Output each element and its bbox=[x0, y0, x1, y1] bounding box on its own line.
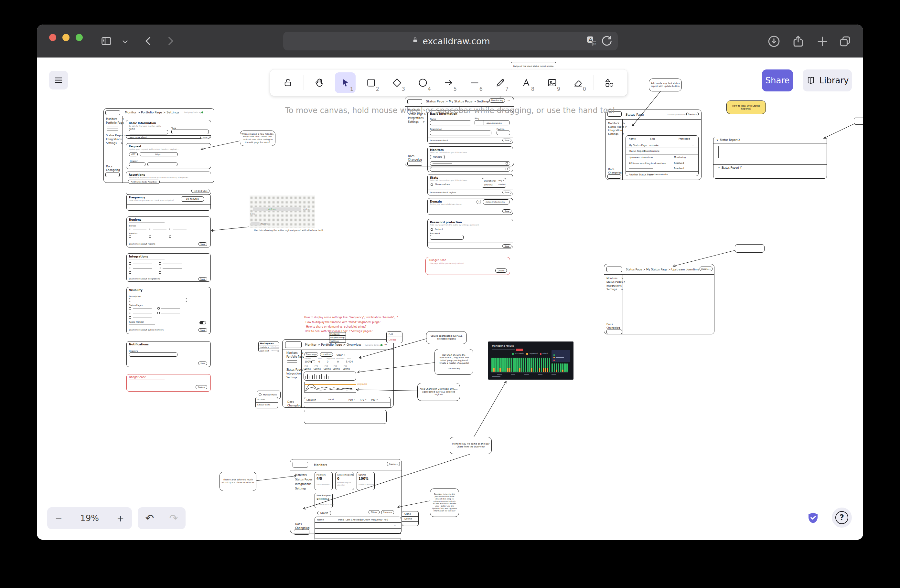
empty-label-box[interactable] bbox=[735, 244, 765, 253]
red-question-3[interactable]: How to share on-demand vs. scheduled pin… bbox=[306, 325, 366, 328]
traffic-light-zoom[interactable] bbox=[76, 34, 83, 41]
sk-txt: Delete bbox=[404, 518, 412, 520]
tool-line[interactable]: 6 bbox=[464, 73, 485, 93]
sk-gbars bbox=[491, 357, 551, 372]
tool-lock[interactable] bbox=[278, 73, 298, 93]
sidebar-toggle-icon[interactable] bbox=[100, 35, 113, 47]
chevron-down-icon[interactable] bbox=[121, 38, 129, 45]
context-menu-clone[interactable]: CloneDelete bbox=[402, 511, 419, 526]
tool-arrow[interactable]: 5 bbox=[438, 73, 459, 93]
wf-status-report-panel[interactable]: ∨ Status Report X> Status Report Y bbox=[713, 137, 827, 179]
zoom-level[interactable]: 19% bbox=[80, 514, 99, 523]
tool-selection[interactable]: 1 bbox=[335, 73, 355, 93]
downloads-icon[interactable] bbox=[767, 34, 781, 48]
sk-txt: Trend bbox=[327, 398, 334, 401]
tool-rectangle[interactable]: 2 bbox=[361, 73, 382, 93]
sk-txt: 623 ms bbox=[268, 208, 275, 210]
account-card[interactable]: AccountSwitch Views bbox=[255, 397, 278, 409]
tool-diamond[interactable]: 3 bbox=[386, 73, 407, 93]
wf-regions[interactable]: RegionsEuropeAmericaLearn more about reg… bbox=[126, 217, 211, 248]
share-export-icon[interactable] bbox=[791, 34, 805, 48]
tool-eraser[interactable]: 0 bbox=[568, 73, 588, 93]
pencil-icon bbox=[495, 77, 506, 88]
wf-visibility[interactable]: VisibilityDescriptionStatus PagesPublic … bbox=[126, 287, 211, 334]
sk-txt: Learn more about integrations bbox=[129, 277, 160, 280]
wf-monitor-settings[interactable]: Monitor > Portfolio Page > Settingslast … bbox=[104, 108, 214, 195]
new-tab-icon[interactable] bbox=[815, 34, 830, 48]
help-button[interactable]: ? bbox=[832, 508, 852, 528]
callout-bar-chart[interactable]: Bar Chart showing the 'operational', 'de… bbox=[434, 349, 473, 375]
sk-box bbox=[106, 110, 120, 115]
undo-button[interactable]: ↶ bbox=[146, 512, 154, 525]
main-menu-button[interactable] bbox=[49, 71, 68, 90]
sk-hl bbox=[107, 127, 118, 127]
sk-hl bbox=[161, 313, 180, 313]
traffic-light-close[interactable] bbox=[49, 34, 56, 41]
checkly-screenshot[interactable]: Monitoring resultsSuccessfulDegradedFail… bbox=[488, 342, 574, 380]
sk-hl bbox=[386, 337, 402, 337]
sk-hl bbox=[492, 350, 515, 350]
sk-hl bbox=[126, 204, 211, 205]
wf-statuspage-settings[interactable]: Status Page > My Status Page > SettingsM… bbox=[405, 97, 514, 248]
context-menu-pages[interactable]: IncidentsResponse LogsSettings bbox=[329, 332, 346, 343]
callout-percentiles[interactable]: Consider removing the percentiles here f… bbox=[430, 489, 459, 517]
workspaces-card[interactable]: Workspacesdrab-lock8 Monitorscool-stuff2… bbox=[258, 341, 279, 352]
sk-gbars bbox=[551, 364, 568, 372]
callout-add-cards[interactable]: Add cards, e.g. last status report with … bbox=[649, 79, 682, 91]
red-question-2[interactable]: How to display the timeline with 'failed… bbox=[306, 321, 380, 324]
sk-txt: Monitors bbox=[295, 473, 307, 477]
tool-text[interactable]: 8 bbox=[516, 73, 537, 93]
sk-txt: P99 bbox=[344, 365, 347, 367]
context-menu-edit[interactable]: EditDelete bbox=[386, 331, 402, 343]
address-bar[interactable]: excalidraw.com A文 bbox=[283, 32, 618, 50]
callout-new-monitor[interactable]: When creating a new monitor, only show t… bbox=[240, 130, 275, 146]
callout-same-as-bar-chart[interactable]: I tend to say it's same as the Bar Chart… bbox=[450, 437, 492, 454]
wf-frequency[interactable]: FrequencyHow often do you want to check … bbox=[126, 194, 211, 210]
sk-pill: Timerange bbox=[304, 352, 318, 357]
callout-area-chart[interactable]: Area Chart with Download, DNS,... aggreg… bbox=[417, 383, 460, 401]
encryption-shield-icon[interactable] bbox=[806, 511, 820, 527]
wf-danger-statuspage[interactable]: Danger ZoneThis page will be permanently… bbox=[425, 257, 510, 275]
share-button[interactable]: Share bbox=[762, 70, 793, 91]
callout-cards-too-much-space[interactable]: These cards take too much visual space -… bbox=[219, 472, 256, 491]
redo-button[interactable]: ↷ bbox=[169, 512, 178, 525]
reload-icon[interactable] bbox=[601, 34, 613, 50]
sk-txt: Headers bbox=[129, 350, 138, 353]
red-question-1[interactable]: How to display some settings like: 'Freq… bbox=[304, 316, 398, 319]
tool-ellipse[interactable]: 4 bbox=[413, 73, 433, 93]
translate-icon[interactable]: A文 bbox=[585, 34, 598, 50]
edge-box[interactable] bbox=[854, 118, 863, 125]
sk-pill: Save bbox=[502, 139, 511, 142]
tool-draw[interactable]: 7 bbox=[490, 73, 511, 93]
sk-hl bbox=[304, 392, 356, 393]
forward-button[interactable] bbox=[164, 34, 177, 48]
traffic-light-minimize[interactable] bbox=[62, 34, 70, 41]
tool-image[interactable]: 9 bbox=[542, 73, 563, 93]
callout-values-aggregated[interactable]: Values aggregated over ALL selected regi… bbox=[426, 331, 467, 344]
wf-statuspage-list[interactable]: Status PageCurrently monitoringCreate +M… bbox=[605, 110, 701, 181]
sticky-status-reports[interactable]: How to deal with Status Reports? bbox=[726, 101, 766, 114]
sk-txt: Monitors > bbox=[607, 277, 624, 280]
sk-txt: Select all the monitors you'd like to ha… bbox=[430, 179, 467, 181]
sk-txt: Danger Zone bbox=[429, 259, 446, 262]
wf-monitors-overview[interactable]: MonitorsCreate +MonitorsStatus PagesInte… bbox=[290, 459, 402, 537]
tool-shapes[interactable] bbox=[599, 73, 620, 93]
wf-notifications[interactable]: NotificationsHeadersSave bbox=[126, 341, 211, 367]
tool-hand[interactable] bbox=[309, 73, 330, 93]
sk-txt: Description bbox=[129, 295, 141, 298]
wf-upstream-downtime[interactable]: Status Page > My Status Page > Upstream … bbox=[604, 264, 714, 335]
sk-txt: P90 bbox=[324, 365, 328, 367]
zoom-out-button[interactable]: − bbox=[55, 514, 62, 523]
wf-danger-monitor[interactable]: Danger ZoneDelete bbox=[126, 374, 211, 391]
sk-txt: 0 bbox=[337, 477, 340, 481]
tab-overview-icon[interactable] bbox=[838, 34, 852, 48]
wf-monitor-overview[interactable]: Monitor > Portfolio Page > Overviewlast … bbox=[282, 339, 394, 424]
sk-pill: GET bbox=[129, 152, 138, 156]
zoom-in-button[interactable]: + bbox=[117, 514, 124, 523]
excalidraw-canvas[interactable]: Monitor > Portfolio Page > Settingslast … bbox=[37, 57, 863, 540]
back-button[interactable] bbox=[141, 34, 155, 48]
map-image[interactable]: 623 ms653 ms0 ms402 msUse dots showing t… bbox=[250, 195, 315, 234]
sk-pill: Save bbox=[502, 209, 511, 213]
library-button[interactable]: Library bbox=[803, 70, 852, 91]
wf-integrations[interactable]: IntegrationsLearn more about integration… bbox=[126, 253, 211, 282]
